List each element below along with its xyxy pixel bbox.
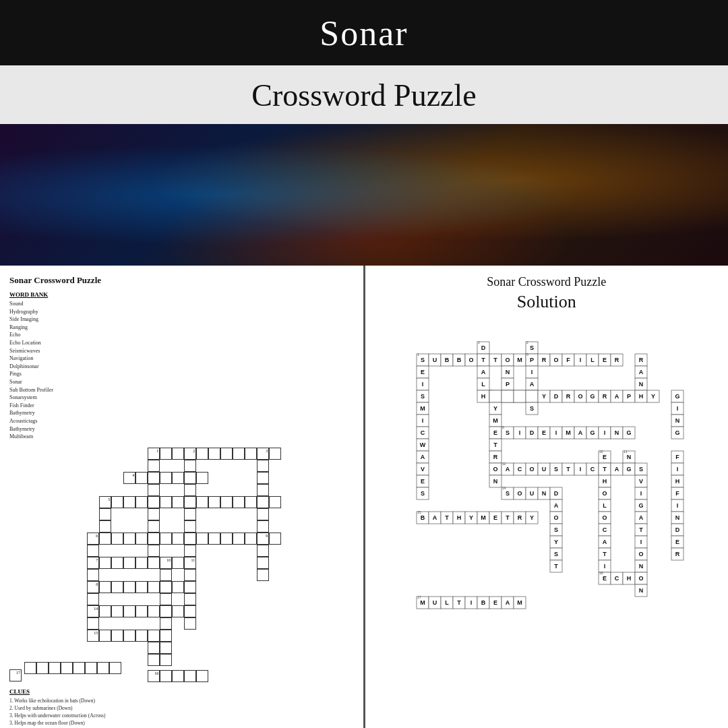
svg-text:W: W	[420, 442, 426, 448]
svg-text:I: I	[676, 466, 678, 473]
svg-text:N: N	[615, 429, 619, 436]
clue-3a: 3. Helps with underwater construction (A…	[9, 712, 354, 719]
svg-text:R: R	[603, 393, 607, 400]
page-title: Sonar	[0, 13, 728, 53]
svg-text:D: D	[554, 490, 559, 497]
svg-text:A: A	[506, 599, 510, 606]
right-panel-title: Sonar Crossword Puzzle	[375, 275, 719, 289]
header: Sonar	[0, 0, 728, 65]
svg-text:S: S	[530, 405, 534, 412]
svg-text:T: T	[603, 466, 607, 473]
svg-text:I: I	[603, 429, 605, 436]
svg-text:R: R	[518, 514, 522, 521]
svg-text:T: T	[639, 526, 643, 533]
svg-text:Y: Y	[493, 405, 497, 412]
svg-text:E: E	[675, 539, 679, 545]
svg-rect-77	[489, 390, 502, 402]
svg-text:H: H	[481, 393, 486, 400]
svg-text:B: B	[481, 599, 486, 606]
svg-text:E: E	[493, 429, 497, 436]
svg-text:R: R	[615, 357, 619, 363]
clues-section: CLUES 1. Works like echolocation in bats…	[9, 688, 354, 728]
svg-text:H: H	[603, 478, 607, 485]
svg-text:U: U	[530, 490, 535, 497]
svg-text:O: O	[468, 357, 473, 363]
svg-text:I: I	[421, 381, 423, 388]
svg-text:G: G	[590, 429, 595, 436]
svg-text:R: R	[493, 454, 498, 460]
svg-text:O: O	[602, 514, 607, 521]
svg-text:L: L	[445, 599, 449, 606]
svg-text:S: S	[506, 490, 510, 497]
svg-text:S: S	[639, 466, 643, 473]
svg-text:U: U	[433, 357, 437, 363]
svg-text:G: G	[626, 429, 631, 436]
svg-text:M: M	[493, 417, 498, 424]
svg-text:I: I	[579, 357, 581, 363]
left-panel: Sonar Crossword Puzzle WORD BANK SoundHy…	[0, 266, 363, 728]
svg-text:E: E	[603, 454, 607, 460]
svg-text:Y: Y	[530, 514, 534, 521]
svg-text:L: L	[481, 381, 485, 388]
word-bank-label: WORD BANK	[9, 291, 354, 298]
svg-text:D: D	[530, 429, 535, 436]
svg-text:S: S	[421, 357, 425, 363]
svg-text:O: O	[517, 490, 522, 497]
svg-text:I: I	[470, 599, 472, 606]
svg-text:S: S	[554, 551, 558, 557]
svg-text:B: B	[421, 514, 425, 521]
svg-text:1: 1	[478, 340, 480, 344]
svg-text:V: V	[421, 466, 425, 473]
svg-text:M: M	[517, 357, 522, 363]
clue-1: 1. Works like echolocation in bats (Down…	[9, 697, 354, 704]
svg-text:T: T	[493, 357, 497, 363]
svg-text:H: H	[457, 514, 462, 521]
svg-text:A: A	[530, 381, 535, 388]
svg-text:I: I	[518, 429, 520, 436]
subtitle-bar: Crossword Puzzle	[0, 65, 728, 124]
panels-container: Sonar Crossword Puzzle WORD BANK SoundHy…	[0, 266, 728, 728]
svg-text:S: S	[554, 526, 558, 533]
svg-rect-80	[526, 390, 538, 402]
svg-text:T: T	[493, 442, 497, 448]
svg-text:N: N	[506, 369, 510, 375]
svg-text:F: F	[566, 357, 570, 363]
svg-text:I: I	[676, 502, 678, 509]
svg-text:T: T	[554, 563, 558, 570]
svg-text:L: L	[603, 502, 607, 509]
svg-text:O: O	[578, 393, 582, 400]
svg-text:N: N	[639, 381, 644, 388]
svg-text:G: G	[675, 393, 679, 400]
svg-text:R: R	[542, 357, 547, 363]
svg-text:M: M	[517, 599, 522, 606]
svg-text:F: F	[675, 490, 679, 497]
clue-2: 2. Used by submarines (Down)	[9, 704, 354, 712]
svg-text:O: O	[553, 357, 558, 363]
svg-text:U: U	[433, 599, 437, 606]
svg-text:A: A	[578, 429, 583, 436]
svg-text:E: E	[542, 429, 546, 436]
subtitle-text: Crossword Puzzle	[0, 78, 728, 113]
svg-text:P: P	[530, 357, 534, 363]
svg-text:T: T	[566, 466, 570, 473]
svg-text:T: T	[481, 357, 485, 363]
svg-text:P: P	[627, 393, 631, 400]
svg-text:A: A	[615, 393, 619, 400]
svg-text:R: R	[639, 357, 644, 363]
svg-text:A: A	[506, 466, 510, 473]
svg-text:G: G	[626, 466, 631, 473]
svg-text:N: N	[639, 587, 644, 594]
clue-3b: 3. Helps map the ocean floor (Down)	[9, 719, 354, 727]
svg-text:O: O	[638, 575, 643, 582]
svg-text:N: N	[627, 454, 632, 460]
left-panel-title: Sonar Crossword Puzzle	[9, 275, 354, 286]
svg-text:Y: Y	[542, 393, 546, 400]
svg-text:L: L	[590, 357, 595, 363]
svg-text:B: B	[457, 357, 462, 363]
svg-text:A: A	[433, 514, 437, 521]
svg-text:F: F	[675, 454, 679, 460]
svg-text:A: A	[639, 369, 644, 375]
svg-text:E: E	[603, 357, 607, 363]
svg-text:N: N	[639, 563, 644, 570]
svg-text:N: N	[542, 490, 547, 497]
